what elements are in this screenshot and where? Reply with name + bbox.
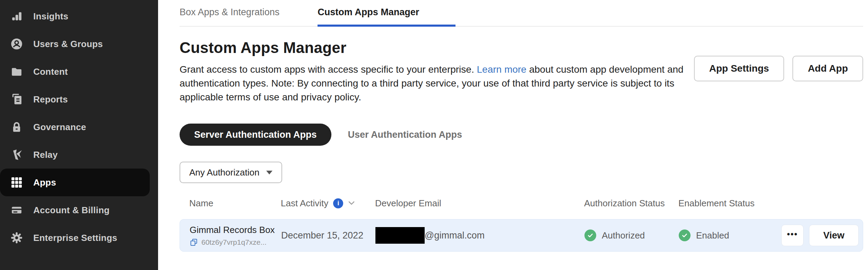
sidebar-item-label: Account & Billing [33, 205, 110, 216]
redacted-email-box [375, 227, 425, 244]
tab-bar: Box Apps & Integrations Custom Apps Mana… [180, 7, 863, 27]
sidebar-item-label: Insights [33, 11, 68, 22]
server-auth-apps-tab[interactable]: Server Authentication Apps [180, 124, 331, 146]
more-options-button[interactable]: ••• [781, 225, 804, 246]
sidebar-item-label: Enterprise Settings [33, 233, 117, 243]
row-actions: ••• View [776, 225, 859, 246]
email-domain: @gimmal.com [425, 230, 485, 241]
report-pages-icon [10, 93, 23, 106]
sidebar-item-relay[interactable]: Relay [0, 141, 158, 169]
flag-icon [10, 148, 23, 161]
column-header-authorization-status[interactable]: Authorization Status [584, 198, 678, 209]
info-icon[interactable]: i [333, 198, 343, 208]
apps-grid-icon [10, 176, 23, 189]
tab-custom-apps-manager[interactable]: Custom Apps Manager [318, 7, 455, 27]
chevron-down-icon [266, 171, 272, 174]
copy-icon[interactable] [190, 238, 198, 246]
developer-email-cell: @gimmal.com [375, 227, 584, 244]
gear-icon [10, 232, 23, 244]
sort-chevron-down-icon[interactable] [348, 201, 355, 206]
enablement-status-cell: Enabled [679, 230, 776, 241]
authorization-status-cell: Authorized [584, 230, 679, 241]
page-title: Custom Apps Manager [180, 39, 686, 56]
sidebar-item-label: Reports [33, 94, 68, 105]
sidebar-item-apps[interactable]: Apps [0, 169, 150, 196]
table-header: Name Last Activity i Developer Email Aut… [180, 198, 863, 209]
sidebar-item-label: Apps [33, 177, 56, 188]
main-content: Box Apps & Integrations Custom Apps Mana… [158, 0, 868, 270]
page-header: Custom Apps Manager Grant access to cust… [180, 39, 863, 104]
sidebar-item-users-groups[interactable]: Users & Groups [0, 30, 158, 58]
authorization-filter-value: Any Authorization [189, 167, 259, 178]
lock-icon [10, 121, 23, 133]
tab-box-apps-integrations[interactable]: Box Apps & Integrations [180, 7, 279, 26]
app-settings-button[interactable]: App Settings [694, 56, 784, 81]
column-header-label: Last Activity [281, 198, 328, 209]
sidebar-item-label: Governance [33, 122, 86, 133]
check-circle-icon [584, 230, 596, 241]
filter-row: Any Authorization [180, 162, 863, 183]
sidebar-item-label: Content [33, 66, 68, 77]
page-header-actions: App Settings Add App [694, 56, 863, 81]
authorization-filter-dropdown[interactable]: Any Authorization [180, 162, 282, 183]
column-header-enablement-status[interactable]: Enablement Status [678, 198, 775, 209]
page-description: Grant access to custom apps with access … [180, 63, 686, 104]
description-text: Grant access to custom apps with access … [180, 64, 477, 75]
learn-more-link[interactable]: Learn more [477, 64, 526, 75]
credit-card-icon [10, 204, 23, 216]
check-circle-icon [679, 230, 691, 241]
user-auth-apps-tab[interactable]: User Authentication Apps [348, 129, 462, 140]
last-activity-cell: December 15, 2022 [281, 230, 375, 241]
app-name-cell: Gimmal Records Box 60tz6y7vrp1q7xze... [190, 225, 281, 246]
sidebar-item-label: Relay [33, 150, 58, 160]
app-name: Gimmal Records Box [190, 225, 281, 235]
user-circle-icon [10, 38, 23, 50]
sidebar-item-enterprise-settings[interactable]: Enterprise Settings [0, 224, 158, 252]
sidebar-item-content[interactable]: Content [0, 58, 158, 86]
sidebar-item-reports[interactable]: Reports [0, 86, 158, 113]
sidebar-item-account-billing[interactable]: Account & Billing [0, 196, 158, 224]
column-header-last-activity[interactable]: Last Activity i [281, 198, 375, 209]
add-app-button[interactable]: Add App [792, 56, 863, 81]
enablement-status-text: Enabled [696, 230, 729, 241]
bar-chart-icon [10, 10, 23, 22]
folder-icon [10, 65, 23, 78]
view-button[interactable]: View [809, 225, 859, 246]
app-id-line: 60tz6y7vrp1q7xze... [190, 238, 281, 246]
sidebar-item-governance[interactable]: Governance [0, 113, 158, 141]
table-row[interactable]: Gimmal Records Box 60tz6y7vrp1q7xze... D… [180, 219, 863, 252]
app-id: 60tz6y7vrp1q7xze... [201, 238, 267, 246]
column-header-name[interactable]: Name [189, 198, 281, 209]
sidebar-item-label: Users & Groups [33, 39, 103, 50]
authorization-status-text: Authorized [602, 230, 645, 241]
sidebar-item-insights[interactable]: Insights [0, 2, 158, 30]
column-header-developer-email[interactable]: Developer Email [375, 198, 584, 209]
page-header-text: Custom Apps Manager Grant access to cust… [180, 39, 686, 104]
sidebar: Insights Users & Groups Content [0, 0, 158, 270]
auth-type-toggle: Server Authentication Apps User Authenti… [180, 124, 863, 146]
